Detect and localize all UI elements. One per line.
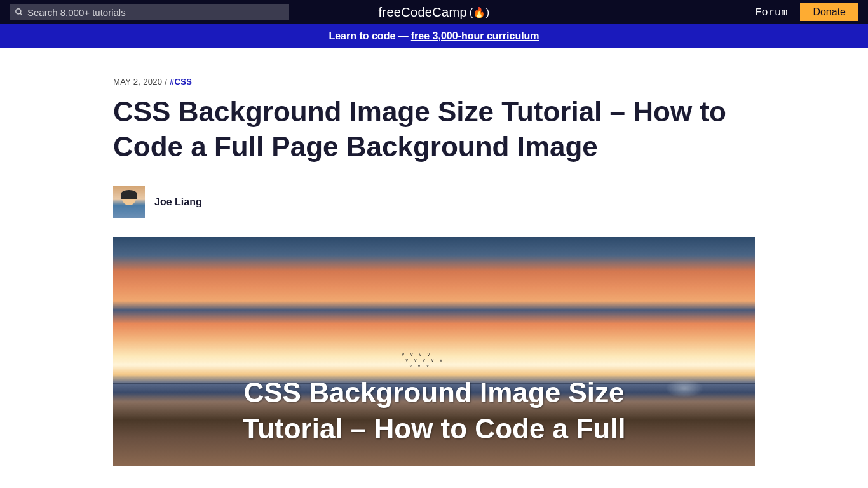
hero-text-line-2: Tutorial – How to Code a Full <box>243 413 626 444</box>
banner-link[interactable]: free 3,000-hour curriculum <box>411 30 539 42</box>
article-meta: MAY 2, 2020 / #CSS <box>113 77 755 86</box>
banner-prefix: Learn to code — <box>329 30 408 42</box>
svg-line-1 <box>20 13 22 15</box>
article-tag-link[interactable]: #CSS <box>170 77 192 86</box>
donate-button[interactable]: Donate <box>800 3 858 21</box>
article: MAY 2, 2020 / #CSS CSS Background Image … <box>113 48 755 466</box>
meta-separator: / <box>162 77 170 86</box>
search-input[interactable] <box>27 7 284 18</box>
article-date: MAY 2, 2020 <box>113 77 162 86</box>
nav-right: Forum Donate <box>755 3 858 21</box>
logo-text: freeCodeCamp <box>379 5 467 20</box>
search-wrapper[interactable] <box>10 4 289 20</box>
promo-banner: Learn to code — free 3,000-hour curricul… <box>0 24 868 48</box>
search-icon <box>15 8 24 17</box>
hero-image: v v v v v v v v v v v v CSS Background I… <box>113 237 755 466</box>
top-nav: freeCodeCamp (🔥) Forum Donate <box>0 0 868 24</box>
author-avatar[interactable] <box>113 186 145 218</box>
author-row: Joe Liang <box>113 186 755 218</box>
hero-birds-decoration: v v v v v v v v v v v v <box>402 351 445 369</box>
article-title: CSS Background Image Size Tutorial – How… <box>113 94 755 164</box>
svg-point-0 <box>16 9 21 14</box>
fire-icon: (🔥) <box>470 6 490 18</box>
logo[interactable]: freeCodeCamp (🔥) <box>379 5 490 20</box>
hero-text-line-1: CSS Background Image Size <box>243 377 624 408</box>
author-name-link[interactable]: Joe Liang <box>154 196 202 208</box>
hero-image-text: CSS Background Image Size Tutorial – How… <box>146 374 723 447</box>
forum-link[interactable]: Forum <box>755 6 787 18</box>
